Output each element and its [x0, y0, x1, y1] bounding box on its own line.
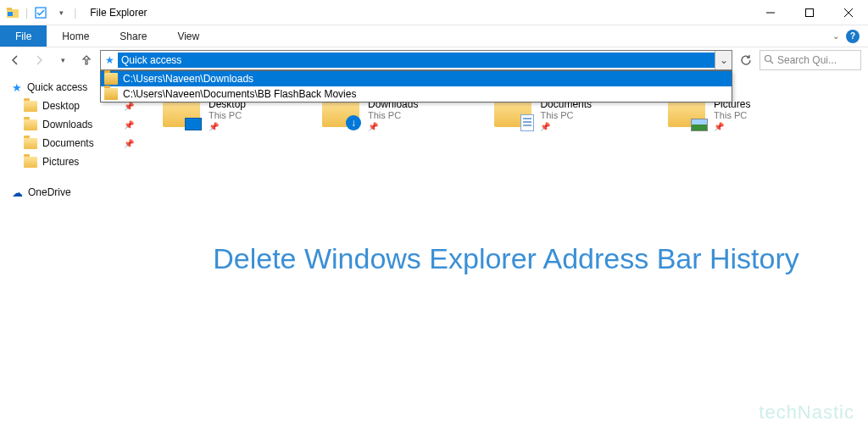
folder-icon [24, 157, 37, 168]
tile-sub: This PC [209, 110, 246, 120]
address-bar-history-dropdown: C:\Users\Naveen\Downloads C:\Users\Navee… [100, 70, 732, 102]
tab-view[interactable]: View [162, 25, 214, 47]
navigation-pane: ★ Quick access Desktop 📌 Downloads 📌 Doc… [0, 73, 144, 432]
navigation-bar: ▾ ★ Quick access ⌄ C:\Users\Naveen\Downl… [0, 47, 868, 73]
help-icon[interactable]: ? [846, 30, 860, 43]
svg-rect-5 [806, 8, 814, 16]
sidebar-item-label: Desktop [42, 100, 80, 112]
svg-point-8 [765, 55, 771, 61]
ribbon-expand-icon[interactable]: ⌄ [832, 31, 839, 41]
pin-icon: 📌 [209, 122, 246, 131]
maximize-button[interactable] [790, 0, 829, 25]
recent-locations-button[interactable]: ▾ [53, 50, 73, 70]
folder-tile-desktop[interactable]: Desktop This PC 📌 [163, 98, 246, 131]
qat-separator2: | [74, 7, 76, 19]
address-bar[interactable]: ★ Quick access ⌄ [100, 50, 732, 70]
star-icon: ★ [12, 81, 22, 94]
folder-icon [104, 73, 118, 85]
pin-icon: 📌 [540, 122, 592, 131]
svg-rect-1 [7, 8, 12, 10]
folder-icon [668, 98, 705, 129]
tile-sub: This PC [714, 110, 750, 120]
window-title: File Explorer [90, 7, 147, 19]
qat-dropdown-icon[interactable]: ▾ [53, 5, 69, 20]
folder-tile-pictures[interactable]: Pictures This PC 📌 [668, 98, 750, 131]
quick-access-star-icon: ★ [101, 54, 118, 66]
address-history-item[interactable]: C:\Users\Naveen\Documents\BB FlashBack M… [101, 86, 732, 102]
qat-properties-icon[interactable] [33, 5, 48, 20]
folder-icon [104, 88, 118, 100]
address-history-item[interactable]: C:\Users\Naveen\Downloads [101, 71, 732, 86]
content-area: Desktop This PC 📌 ↓ Downloads This PC 📌 … [144, 73, 868, 432]
svg-line-9 [771, 61, 773, 64]
watermark: techNastic [759, 402, 854, 424]
folder-icon [24, 119, 37, 130]
search-placeholder: Search Qui... [777, 54, 857, 66]
sidebar-label: OneDrive [28, 186, 71, 198]
sidebar-item-pictures[interactable]: Pictures [24, 152, 144, 171]
close-button[interactable] [829, 0, 868, 25]
tab-share[interactable]: Share [104, 25, 162, 47]
explorer-icon [5, 5, 20, 20]
up-button[interactable] [76, 50, 97, 70]
ribbon-tabs: File Home Share View ⌄ ? [0, 25, 868, 47]
title-bar: | ▾ | File Explorer [0, 0, 868, 25]
folder-icon [494, 98, 531, 129]
pin-icon: 📌 [124, 120, 134, 130]
address-bar-value[interactable]: Quick access [118, 53, 715, 68]
qat-separator: | [25, 7, 28, 19]
tab-home[interactable]: Home [47, 25, 104, 47]
search-icon [764, 54, 774, 67]
pin-icon: 📌 [368, 122, 418, 131]
forward-button[interactable] [29, 50, 49, 70]
folder-tile-documents[interactable]: Documents This PC 📌 [494, 98, 592, 131]
sidebar-item-label: Pictures [42, 156, 79, 168]
folder-tile-downloads[interactable]: ↓ Downloads This PC 📌 [322, 98, 418, 131]
pin-icon: 📌 [124, 102, 134, 111]
sidebar-item-documents[interactable]: Documents 📌 [24, 134, 144, 152]
search-input[interactable]: Search Qui... [760, 50, 861, 70]
sidebar-label: Quick access [27, 81, 87, 93]
folder-icon [24, 138, 37, 149]
sidebar-onedrive[interactable]: ☁ OneDrive [12, 183, 144, 202]
sidebar-item-label: Downloads [42, 119, 92, 130]
minimize-button[interactable] [751, 0, 790, 25]
cloud-icon: ☁ [12, 186, 23, 199]
folder-icon [163, 98, 200, 129]
overlay-caption: Delete Windows Explorer Address Bar Hist… [144, 242, 868, 275]
tile-sub: This PC [368, 110, 418, 120]
folder-icon [24, 101, 37, 112]
address-history-path: C:\Users\Naveen\Downloads [123, 73, 253, 85]
sidebar-item-downloads[interactable]: Downloads 📌 [24, 115, 144, 134]
tile-sub: This PC [540, 110, 592, 120]
refresh-button[interactable] [736, 50, 756, 70]
address-history-path: C:\Users\Naveen\Documents\BB FlashBack M… [123, 88, 356, 100]
pin-icon: 📌 [124, 139, 134, 148]
sidebar-item-label: Documents [42, 137, 94, 149]
file-tab[interactable]: File [0, 25, 47, 47]
back-button[interactable] [5, 50, 25, 70]
folder-icon: ↓ [322, 98, 359, 129]
pin-icon: 📌 [714, 122, 750, 131]
svg-rect-2 [8, 12, 13, 16]
address-bar-dropdown-button[interactable]: ⌄ [715, 51, 732, 69]
